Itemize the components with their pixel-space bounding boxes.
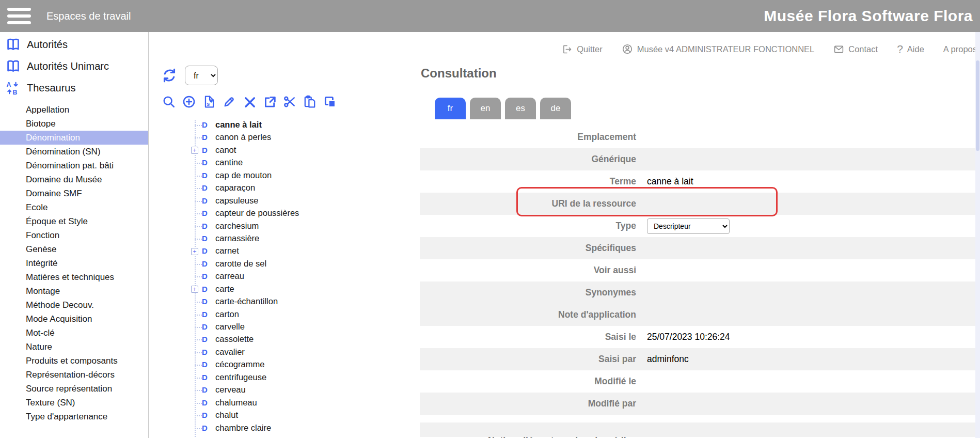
descriptor-badge-icon: D (202, 411, 208, 419)
tab-de[interactable]: de (540, 98, 571, 119)
descriptor-badge-icon: D (202, 285, 208, 293)
quit-link[interactable]: Quitter (562, 44, 603, 55)
edit-pencil-icon[interactable] (223, 95, 236, 108)
descriptor-badge-icon: D (202, 259, 208, 268)
field-value: 25/07/2023 10:26:24 (647, 332, 730, 342)
sidebar-item-thesaurus[interactable]: A B Thesaurus (0, 77, 149, 99)
tree-item[interactable]: Dcentrifugeuse (0, 371, 403, 384)
tree-item[interactable]: +Dcarte (0, 283, 403, 295)
tree-item[interactable]: Dcarvelle (0, 321, 403, 333)
tree-item[interactable]: +Dcarnet (0, 245, 403, 257)
descriptor-badge-icon: D (202, 360, 208, 369)
sidebar-section-label: Thesaurus (27, 82, 76, 94)
duplicate-icon[interactable] (323, 95, 337, 108)
tree-item[interactable]: Dcerveau (0, 384, 403, 396)
descriptor-badge-icon: D (202, 348, 208, 356)
add-circle-icon[interactable] (182, 95, 196, 108)
tree-item-label: carte-échantillon (215, 296, 278, 306)
tree-item[interactable]: Dchalut (0, 409, 403, 421)
descriptor-badge-icon: D (202, 335, 208, 343)
tab-label: fr (448, 103, 453, 114)
delete-x-icon[interactable] (243, 95, 256, 108)
tree-item[interactable]: Dcapsuleuse (0, 195, 403, 207)
tab-label: es (516, 103, 525, 114)
tree-item[interactable]: Dcantine (0, 157, 403, 169)
descriptor-badge-icon: D (202, 310, 208, 319)
descriptor-badge-icon: D (202, 133, 208, 142)
tree-item[interactable]: Dcarreau (0, 270, 403, 283)
field-value: canne à lait (647, 176, 693, 187)
refresh-button[interactable] (162, 68, 177, 83)
brand-title: Musée Flora Software Flora (764, 0, 973, 32)
tree-item[interactable]: Dcassolette (0, 333, 403, 346)
language-select[interactable]: fr (185, 66, 218, 85)
tab-en[interactable]: en (470, 98, 501, 119)
consultation-rows: EmplacementGénériqueTermecanne à laitURI… (420, 126, 980, 415)
form-row: Spécifiques (420, 237, 980, 259)
tree-branch-line (195, 378, 202, 379)
tree-item[interactable]: Dcapteur de poussières (0, 207, 403, 220)
tree-item-label: carchesium (215, 221, 259, 231)
tree-item-label: canot (215, 145, 236, 155)
field-label: Saisi par (420, 354, 636, 365)
tree-item[interactable]: Dcarnassière (0, 232, 403, 245)
tree-item[interactable]: Dcanne à lait (0, 119, 403, 131)
search-icon[interactable] (162, 95, 176, 108)
tree-branch-line (195, 188, 202, 189)
term-tree: Dcanne à laitDcanon à perles+DcanotDcant… (0, 119, 403, 434)
tree-item[interactable]: Dcap de mouton (0, 169, 403, 182)
tree-item[interactable]: Dcarte-échantillon (0, 295, 403, 308)
scrollbar-thumb[interactable] (976, 60, 979, 151)
expand-icon[interactable]: + (191, 248, 198, 255)
form-row: URI de la ressource (420, 193, 980, 215)
type-select[interactable]: Descripteur (647, 218, 730, 234)
paste-clipboard-icon[interactable] (303, 95, 317, 108)
open-external-icon[interactable] (263, 95, 276, 108)
expand-icon[interactable]: + (191, 147, 198, 154)
about-link[interactable]: A propos (943, 44, 977, 54)
expand-icon[interactable]: + (191, 286, 198, 293)
thesaurus-toolbar: s + (162, 95, 337, 108)
tree-item[interactable]: Dcavalier (0, 346, 403, 358)
tree-item-label: carvelle (215, 322, 245, 332)
tree-branch-line (195, 415, 202, 416)
new-descriptor-icon[interactable]: s + (202, 95, 216, 108)
tree-item-label: cavalier (215, 347, 245, 357)
sidebar-item-autorites-unimarc[interactable]: Autorités Unimarc (0, 55, 149, 77)
help-link[interactable]: ? Aide (897, 43, 924, 55)
tree-item[interactable]: Dcarchesium (0, 220, 403, 232)
tree-item[interactable]: Dcécogramme (0, 358, 403, 371)
tree-item[interactable]: Dcarotte de sel (0, 258, 403, 270)
tree-item-label: chalut (215, 410, 238, 420)
field-label: Modifié par (420, 398, 636, 409)
form-row: Modifié par (420, 393, 980, 415)
tree-item[interactable]: Dcaparaçon (0, 182, 403, 194)
tree-item[interactable]: Dchambre claire (0, 422, 403, 434)
about-label: A propos (943, 44, 977, 54)
sidebar-item[interactable]: Appellation (0, 103, 148, 117)
screen: Espaces de travail Musée Flora Software … (0, 0, 980, 438)
contact-link[interactable]: Contact (833, 44, 878, 55)
tree-item[interactable]: Dchalumeau (0, 397, 403, 409)
current-user[interactable]: Musée v4 ADMINISTRATEUR FONCTIONNEL (622, 43, 815, 55)
tree-item[interactable]: Dcanon à perles (0, 131, 403, 144)
descriptor-badge-icon: D (202, 272, 208, 280)
hamburger-menu-icon[interactable] (7, 7, 31, 25)
tree-item[interactable]: Dcarton (0, 308, 403, 321)
descriptor-badge-icon: D (202, 424, 208, 432)
tab-es[interactable]: es (505, 98, 536, 119)
descriptor-badge-icon: D (202, 297, 208, 306)
tree-branch-line (195, 226, 202, 227)
vertical-scrollbar[interactable] (975, 32, 980, 438)
field-label: Générique (420, 154, 636, 165)
tab-fr[interactable]: fr (435, 98, 466, 119)
sidebar-item-autorites[interactable]: Autorités (0, 34, 149, 55)
field-value: adminfonc (647, 354, 689, 365)
top-links: Quitter Musée v4 ADMINISTRATEUR FONCTION… (562, 40, 977, 58)
tree-branch-line (195, 201, 202, 202)
field-label: Voir aussi (420, 265, 636, 276)
descriptor-badge-icon: D (202, 158, 208, 167)
tree-item[interactable]: +Dcanot (0, 144, 403, 157)
tree-item-label: caparaçon (215, 183, 255, 193)
cut-scissors-icon[interactable] (283, 95, 296, 108)
